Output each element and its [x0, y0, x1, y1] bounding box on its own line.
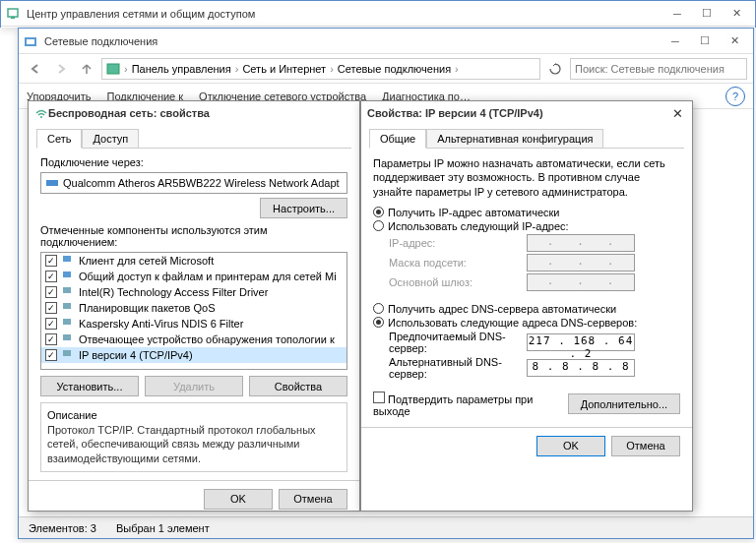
close-icon[interactable]: ✕ — [668, 104, 686, 122]
adapter-tabs: Сеть Доступ — [36, 129, 351, 149]
ipv4-tabs: Общие Альтернативная конфигурация — [369, 129, 684, 149]
chevron-right-icon: › — [455, 63, 459, 75]
components-list[interactable]: ✓Клиент для сетей Microsoft ✓Общий досту… — [40, 252, 347, 370]
validate-checkbox[interactable]: Подтвердить параметры при выходе — [373, 392, 568, 417]
svg-rect-11 — [63, 319, 71, 325]
refresh-button[interactable] — [544, 58, 566, 80]
svg-point-5 — [40, 116, 42, 118]
close-button[interactable]: ✕ — [720, 31, 749, 51]
adapter-dialog-footer: OK Отмена — [29, 480, 359, 517]
ipv4-dialog-title: Свойства: IP версии 4 (TCP/IPv4) — [367, 107, 668, 119]
network-folder-icon — [23, 33, 38, 49]
svg-rect-6 — [46, 180, 58, 186]
description-title: Описание — [47, 409, 341, 421]
tab-access[interactable]: Доступ — [82, 129, 139, 148]
breadcrumb-item[interactable]: Панель управления — [132, 63, 231, 75]
up-button[interactable] — [76, 58, 97, 80]
list-item[interactable]: ✓Kaspersky Anti-Virus NDIS 6 Filter — [41, 316, 346, 332]
list-item[interactable]: ✓Планировщик пакетов QoS — [41, 300, 346, 316]
adapter-dialog-titlebar: Беспроводная сеть: свойства — [29, 101, 359, 125]
client-icon — [61, 254, 75, 268]
minimize-button[interactable]: ─ — [661, 31, 690, 51]
advanced-button[interactable]: Дополнительно... — [568, 393, 680, 414]
breadcrumb[interactable]: › Панель управления › Сеть и Интернет › … — [101, 58, 540, 80]
dns-preferred-input[interactable]: 217 . 168 . 64 . 2 — [527, 333, 635, 351]
ipv4-properties-dialog: Свойства: IP версии 4 (TCP/IPv4) ✕ Общие… — [360, 100, 693, 512]
svg-rect-1 — [11, 17, 15, 19]
checkbox-icon[interactable] — [373, 392, 385, 403]
list-item[interactable]: ✓Клиент для сетей Microsoft — [41, 253, 346, 269]
breadcrumb-item[interactable]: Сеть и Интернет — [242, 63, 326, 75]
maximize-button[interactable]: ☐ — [690, 31, 720, 51]
radio-ip-auto[interactable]: Получить IP-адрес автоматически — [373, 207, 680, 218]
parent-titlebar: Центр управления сетями и общим доступом… — [1, 1, 755, 27]
radio-dns-manual[interactable]: Использовать следующие адреса DNS-сервер… — [373, 317, 680, 329]
svg-rect-12 — [63, 334, 71, 340]
breadcrumb-item[interactable]: Сетевые подключения — [338, 63, 451, 75]
radio-icon[interactable] — [373, 207, 384, 217]
help-text: Параметры IP можно назначать автоматичес… — [373, 156, 680, 199]
close-button[interactable]: ✕ — [722, 4, 751, 24]
list-item[interactable]: ✓Intel(R) Technology Access Filter Drive… — [41, 284, 346, 300]
checkbox-icon[interactable]: ✓ — [45, 302, 57, 314]
svg-rect-7 — [63, 256, 71, 262]
radio-dns-auto[interactable]: Получить адрес DNS-сервера автоматически — [373, 303, 680, 315]
protocol-icon — [61, 348, 75, 362]
configure-button[interactable]: Настроить... — [260, 198, 347, 218]
parent-window: Центр управления сетями и общим доступом… — [0, 0, 756, 28]
connect-via-label: Подключение через: — [40, 156, 347, 168]
checkbox-icon[interactable]: ✓ — [45, 271, 57, 282]
chevron-right-icon: › — [124, 63, 128, 75]
radio-ip-manual[interactable]: Использовать следующий IP-адрес: — [373, 220, 680, 232]
svg-rect-13 — [63, 350, 71, 356]
ok-button[interactable]: OK — [204, 489, 273, 510]
subnet-mask-label: Маска подсети: — [389, 257, 527, 269]
ipv4-dialog-titlebar: Свойства: IP версии 4 (TCP/IPv4) ✕ — [361, 101, 692, 125]
qos-icon — [61, 301, 75, 315]
description-box: Описание Протокол TCP/IP. Стандартный пр… — [40, 402, 347, 472]
radio-icon[interactable] — [373, 317, 384, 328]
explorer-titlebar: Сетевые подключения ─ ☐ ✕ — [19, 29, 753, 54]
checkbox-icon[interactable]: ✓ — [45, 349, 57, 361]
tab-alt-config[interactable]: Альтернативная конфигурация — [426, 129, 603, 148]
explorer-title: Сетевые подключения — [44, 35, 661, 47]
adapter-name: Qualcomm Atheros AR5BWB222 Wireless Netw… — [63, 177, 340, 189]
radio-icon[interactable] — [373, 303, 384, 314]
checkbox-icon[interactable]: ✓ — [45, 333, 57, 345]
install-button[interactable]: Установить... — [40, 376, 139, 396]
ip-address-label: IP-адрес: — [389, 237, 527, 249]
dns-alt-input[interactable]: 8 . 8 . 8 . 8 — [527, 359, 635, 377]
checkbox-icon[interactable]: ✓ — [45, 286, 57, 298]
radio-icon[interactable] — [373, 220, 384, 231]
list-item[interactable]: ✓Отвечающее устройство обнаружения топол… — [41, 332, 346, 347]
adapter-properties-dialog: Беспроводная сеть: свойства Сеть Доступ … — [28, 100, 360, 512]
svg-rect-0 — [8, 9, 18, 17]
list-item[interactable]: ✓Общий доступ к файлам и принтерам для с… — [41, 269, 346, 284]
svg-rect-8 — [63, 272, 71, 277]
subnet-mask-input: . . . — [527, 254, 635, 272]
cancel-button[interactable]: Отмена — [611, 436, 680, 456]
components-label: Отмеченные компоненты используются этим … — [40, 224, 347, 248]
search-input[interactable]: Поиск: Сетевые подключения — [570, 58, 747, 80]
ipv4-dialog-footer: OK Отмена — [361, 427, 692, 464]
gateway-label: Основной шлюз: — [389, 276, 527, 288]
back-button[interactable] — [25, 58, 46, 80]
svg-rect-10 — [63, 303, 71, 309]
svg-rect-4 — [107, 64, 119, 74]
checkbox-icon[interactable]: ✓ — [45, 318, 57, 330]
dns-preferred-label: Предпочитаемый DNS-сервер: — [389, 331, 527, 354]
help-button[interactable]: ? — [725, 87, 745, 106]
explorer-toolbar: › Панель управления › Сеть и Интернет › … — [19, 54, 753, 84]
maximize-button[interactable]: ☐ — [692, 4, 722, 24]
properties-button[interactable]: Свойства — [249, 376, 347, 396]
tab-network[interactable]: Сеть — [36, 129, 82, 149]
dns-alt-label: Альтернативный DNS-сервер: — [389, 356, 527, 380]
forward-button[interactable] — [50, 58, 72, 80]
ok-button[interactable]: OK — [536, 436, 605, 456]
cancel-button[interactable]: Отмена — [279, 489, 347, 510]
tab-general[interactable]: Общие — [369, 129, 426, 149]
list-item-selected[interactable]: ✓IP версии 4 (TCP/IPv4) — [41, 347, 346, 363]
share-icon — [61, 270, 75, 283]
minimize-button[interactable]: ─ — [662, 4, 692, 24]
checkbox-icon[interactable]: ✓ — [45, 255, 57, 267]
